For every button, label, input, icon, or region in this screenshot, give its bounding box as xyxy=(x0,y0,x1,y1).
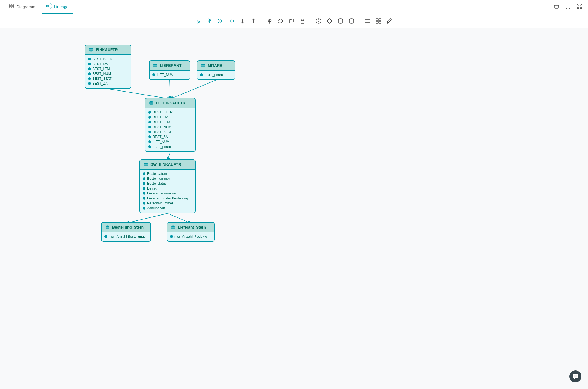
svg-line-27 xyxy=(233,19,234,21)
field-einkauftr-4: BEST_STAT xyxy=(88,76,128,81)
btn-align-up[interactable] xyxy=(248,16,259,26)
lineage-tab-icon xyxy=(46,3,52,10)
db-icon-dl-einkauftr xyxy=(149,101,154,105)
svg-line-51 xyxy=(390,19,391,20)
node-mitarb-body: marb_pnum xyxy=(197,71,235,79)
tab-diagramm[interactable]: Diagramm xyxy=(4,0,40,14)
node-bestellung-stern-body: msr_Anzahl Bestellungen xyxy=(102,232,150,241)
diagramm-tab-icon xyxy=(9,3,14,10)
tab-lineage[interactable]: Lineage xyxy=(42,0,73,14)
node-dl-einkauftr-title: DL_EINKAUFTR xyxy=(156,101,185,105)
node-bestellung-stern-title: Bestellung_Stern xyxy=(112,225,144,229)
svg-line-54 xyxy=(108,89,170,99)
fullscreen-button[interactable] xyxy=(575,2,584,12)
tab-diagramm-label: Diagramm xyxy=(16,4,35,9)
node-einkauftr-body: BEST_BETR BEST_DAT BEST_LTM BEST_NUM BES… xyxy=(85,55,131,88)
btn-table2[interactable] xyxy=(346,16,357,26)
svg-line-21 xyxy=(208,19,210,20)
toolbar xyxy=(0,14,588,28)
btn-info[interactable] xyxy=(313,16,324,26)
svg-line-25 xyxy=(218,21,219,23)
field-einkauftr-0: BEST_BETR xyxy=(88,57,128,61)
btn-grid-view[interactable] xyxy=(373,16,384,26)
node-lieferant-stern-title: Lieferant_Stern xyxy=(178,225,206,229)
db-icon-bestellung-stern xyxy=(105,225,110,230)
svg-rect-1 xyxy=(12,4,14,6)
node-dw-einkauftr[interactable]: DW_EINKAUFTR Bestelldatum Bestellnummer … xyxy=(139,159,196,213)
lineage-canvas[interactable]: EINKAUFTR BEST_BETR BEST_DAT BEST_LTM BE… xyxy=(0,28,588,389)
btn-list-view[interactable] xyxy=(362,16,373,26)
svg-rect-3 xyxy=(12,6,14,8)
node-einkauftr-header: EINKAUFTR xyxy=(85,45,131,55)
node-lieferant-stern[interactable]: Lieferant_Stern msr_Anzahl Produkte xyxy=(167,222,215,242)
btn-fork-down[interactable] xyxy=(194,16,204,26)
btn-lock[interactable] xyxy=(297,16,308,26)
svg-rect-50 xyxy=(379,21,381,23)
svg-point-5 xyxy=(50,4,51,5)
node-mitarb[interactable]: MITARB marb_pnum xyxy=(197,60,235,80)
svg-marker-38 xyxy=(327,19,332,23)
node-dl-einkauftr-body: BEST_BETR BEST_DAT BEST_LTM BEST_NUM BES… xyxy=(145,108,195,151)
btn-edit-mode[interactable] xyxy=(384,16,395,26)
node-einkauftr-title: EINKAUFTR xyxy=(96,48,118,52)
node-einkauftr[interactable]: EINKAUFTR BEST_BETR BEST_DAT BEST_LTM BE… xyxy=(85,45,131,89)
toolbar-group-transform xyxy=(262,16,310,26)
svg-line-24 xyxy=(218,19,219,21)
print-button[interactable] xyxy=(552,2,561,12)
btn-copy-group[interactable] xyxy=(286,16,297,26)
node-dw-einkauftr-body: Bestelldatum Bestellnummer Bestellstatus… xyxy=(140,170,195,213)
nav-right-actions xyxy=(552,2,584,12)
btn-refresh[interactable] xyxy=(275,16,286,26)
svg-rect-47 xyxy=(376,19,378,21)
svg-line-18 xyxy=(197,22,199,23)
node-dl-einkauftr-header: DL_EINKAUFTR xyxy=(145,98,195,108)
chat-button[interactable] xyxy=(569,370,581,382)
field-einkauftr-2: BEST_LTM xyxy=(88,66,128,71)
svg-line-59 xyxy=(168,213,191,223)
svg-line-55 xyxy=(170,80,170,99)
svg-point-4 xyxy=(47,5,48,7)
node-lieferant-title: LIEFERANT xyxy=(160,63,182,68)
node-mitarb-title: MITARB xyxy=(208,63,222,68)
svg-rect-48 xyxy=(379,19,381,21)
node-lieferant-body: LIEF_NUM xyxy=(150,71,190,79)
toolbar-group-layout xyxy=(191,16,261,26)
field-einkauftr-5: BEST_ZA xyxy=(88,81,128,86)
collapse-button[interactable] xyxy=(564,2,572,12)
field-einkauftr-3: BEST_NUM xyxy=(88,71,128,76)
svg-rect-11 xyxy=(555,7,558,8)
node-mitarb-header: MITARB xyxy=(197,61,235,71)
svg-rect-33 xyxy=(289,20,292,23)
db-icon-mitarb xyxy=(201,63,206,68)
toolbar-group-view xyxy=(360,16,397,26)
svg-line-58 xyxy=(126,213,168,223)
btn-diamond[interactable] xyxy=(324,16,335,26)
svg-line-22 xyxy=(210,19,211,20)
svg-rect-34 xyxy=(301,21,304,23)
field-mitarb-0: marb_pnum xyxy=(200,72,232,77)
node-bestellung-stern[interactable]: Bestellung_Stern msr_Anzahl Bestellungen xyxy=(101,222,151,242)
node-bestellung-stern-header: Bestellung_Stern xyxy=(102,223,150,232)
btn-anchor[interactable] xyxy=(264,16,275,26)
node-lieferant[interactable]: LIEFERANT LIEF_NUM xyxy=(149,60,190,80)
node-lieferant-header: LIEFERANT xyxy=(150,61,190,71)
toolbar-group-filter xyxy=(311,16,359,26)
node-lieferant-stern-body: msr_Anzahl Produkte xyxy=(167,232,214,241)
svg-line-56 xyxy=(170,80,216,99)
btn-expand-lr[interactable] xyxy=(216,16,226,26)
btn-fork-up[interactable] xyxy=(205,16,215,26)
btn-align-down[interactable] xyxy=(237,16,248,26)
btn-table1[interactable] xyxy=(335,16,346,26)
tab-lineage-label: Lineage xyxy=(54,4,68,9)
node-dl-einkauftr[interactable]: DL_EINKAUFTR BEST_BETR BEST_DAT BEST_LTM… xyxy=(145,98,196,152)
node-dw-einkauftr-title: DW_EINKAUFTR xyxy=(150,162,181,167)
svg-rect-49 xyxy=(376,21,378,23)
svg-point-37 xyxy=(318,20,319,20)
field-einkauftr-1: BEST_DAT xyxy=(88,61,128,66)
svg-point-12 xyxy=(558,6,558,7)
svg-rect-2 xyxy=(9,6,11,8)
db-icon-dw-einkauftr xyxy=(143,162,148,167)
btn-collapse-lr[interactable] xyxy=(226,16,237,26)
node-lieferant-stern-header: Lieferant_Stern xyxy=(167,223,214,232)
svg-point-6 xyxy=(50,7,51,8)
